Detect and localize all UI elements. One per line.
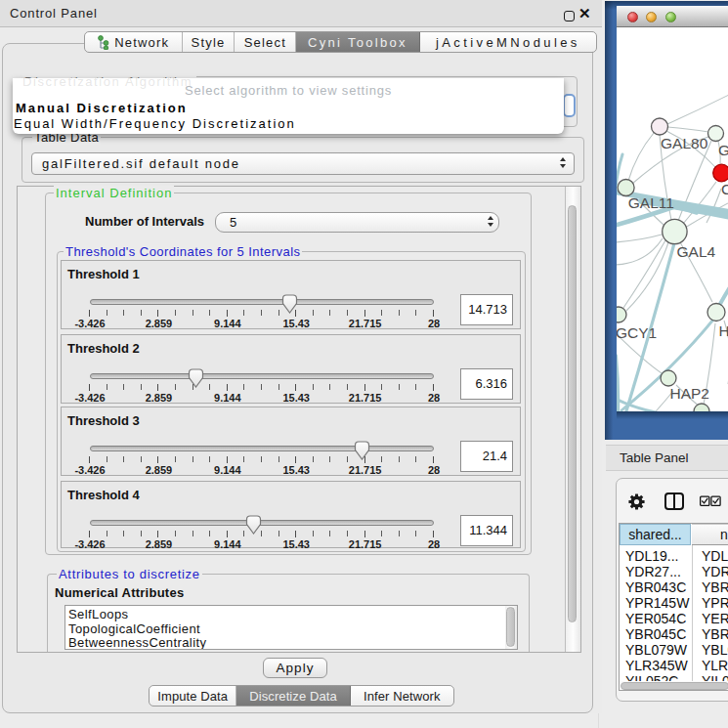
svg-text:GAL11: GAL11 bbox=[628, 194, 674, 211]
svg-text:GAL4: GAL4 bbox=[677, 243, 716, 260]
svg-text:GA: GA bbox=[718, 142, 728, 158]
svg-text:HAP2: HAP2 bbox=[670, 385, 710, 402]
svg-text:GAL80: GAL80 bbox=[661, 135, 708, 151]
svg-text:H: H bbox=[719, 322, 728, 339]
svg-text:C: C bbox=[721, 181, 728, 197]
svg-text:GCY1: GCY1 bbox=[617, 324, 657, 341]
